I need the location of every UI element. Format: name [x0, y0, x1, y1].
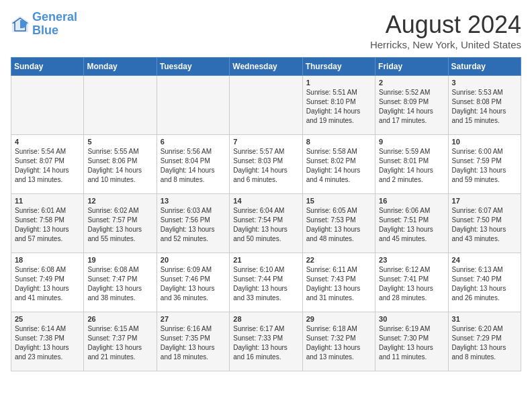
day-info: Sunrise: 6:09 AM Sunset: 7:46 PM Dayligh… [161, 265, 226, 303]
day-info: Sunrise: 5:57 AM Sunset: 8:03 PM Dayligh… [233, 147, 298, 185]
day-number: 8 [306, 138, 371, 146]
day-number: 7 [233, 138, 298, 146]
day-info: Sunrise: 6:15 AM Sunset: 7:37 PM Dayligh… [87, 324, 152, 362]
calendar-cell: 15Sunrise: 6:05 AM Sunset: 7:53 PM Dayli… [302, 194, 375, 253]
logo-icon [11, 15, 30, 34]
calendar-cell: 3Sunrise: 5:53 AM Sunset: 8:08 PM Daylig… [448, 76, 521, 135]
day-info: Sunrise: 5:59 AM Sunset: 8:01 PM Dayligh… [379, 147, 444, 185]
day-info: Sunrise: 6:08 AM Sunset: 7:47 PM Dayligh… [87, 265, 152, 303]
calendar-cell: 26Sunrise: 6:15 AM Sunset: 7:37 PM Dayli… [84, 312, 157, 371]
day-number: 16 [379, 197, 444, 205]
day-info: Sunrise: 6:14 AM Sunset: 7:38 PM Dayligh… [15, 324, 80, 362]
day-number: 10 [452, 138, 517, 146]
weekday-header: Saturday [448, 58, 521, 76]
day-number: 11 [15, 197, 80, 205]
day-number: 29 [306, 315, 371, 323]
day-number: 18 [15, 256, 80, 264]
day-info: Sunrise: 5:53 AM Sunset: 8:08 PM Dayligh… [452, 88, 517, 126]
day-number: 15 [306, 197, 371, 205]
calendar-cell: 29Sunrise: 6:18 AM Sunset: 7:32 PM Dayli… [302, 312, 375, 371]
calendar-cell: 9Sunrise: 5:59 AM Sunset: 8:01 PM Daylig… [375, 135, 448, 194]
day-info: Sunrise: 6:02 AM Sunset: 7:57 PM Dayligh… [87, 206, 152, 244]
calendar-cell: 1Sunrise: 5:51 AM Sunset: 8:10 PM Daylig… [302, 76, 375, 135]
day-info: Sunrise: 6:05 AM Sunset: 7:53 PM Dayligh… [306, 206, 371, 244]
calendar-cell: 31Sunrise: 6:20 AM Sunset: 7:29 PM Dayli… [448, 312, 521, 371]
day-info: Sunrise: 6:04 AM Sunset: 7:54 PM Dayligh… [233, 206, 298, 244]
day-info: Sunrise: 6:19 AM Sunset: 7:30 PM Dayligh… [379, 324, 444, 362]
day-info: Sunrise: 6:11 AM Sunset: 7:43 PM Dayligh… [306, 265, 371, 303]
calendar-cell [157, 76, 229, 135]
calendar-cell: 6Sunrise: 5:56 AM Sunset: 8:04 PM Daylig… [157, 135, 229, 194]
day-number: 5 [87, 138, 152, 146]
weekday-header: Sunday [11, 58, 84, 76]
day-number: 20 [161, 256, 226, 264]
day-number: 31 [452, 315, 517, 323]
day-info: Sunrise: 6:10 AM Sunset: 7:44 PM Dayligh… [233, 265, 298, 303]
calendar-table: SundayMondayTuesdayWednesdayThursdayFrid… [11, 57, 521, 371]
weekday-header: Monday [84, 58, 157, 76]
day-info: Sunrise: 6:00 AM Sunset: 7:59 PM Dayligh… [452, 147, 517, 185]
day-info: Sunrise: 5:54 AM Sunset: 8:07 PM Dayligh… [15, 147, 80, 185]
page-header: General Blue August 2024 Herricks, New Y… [11, 11, 521, 50]
day-info: Sunrise: 6:16 AM Sunset: 7:35 PM Dayligh… [161, 324, 226, 362]
calendar-cell: 17Sunrise: 6:07 AM Sunset: 7:50 PM Dayli… [448, 194, 521, 253]
day-number: 6 [161, 138, 226, 146]
calendar-cell [11, 76, 84, 135]
day-info: Sunrise: 6:12 AM Sunset: 7:41 PM Dayligh… [379, 265, 444, 303]
day-info: Sunrise: 5:58 AM Sunset: 8:02 PM Dayligh… [306, 147, 371, 185]
calendar-cell: 5Sunrise: 5:55 AM Sunset: 8:06 PM Daylig… [84, 135, 157, 194]
calendar-title: August 2024 [370, 11, 521, 39]
weekday-header: Thursday [302, 58, 375, 76]
day-info: Sunrise: 6:13 AM Sunset: 7:40 PM Dayligh… [452, 265, 517, 303]
day-number: 3 [452, 79, 517, 87]
weekday-header: Friday [375, 58, 448, 76]
day-info: Sunrise: 6:03 AM Sunset: 7:56 PM Dayligh… [161, 206, 226, 244]
day-number: 12 [87, 197, 152, 205]
calendar-cell: 27Sunrise: 6:16 AM Sunset: 7:35 PM Dayli… [157, 312, 229, 371]
day-number: 13 [161, 197, 226, 205]
day-number: 21 [233, 256, 298, 264]
day-info: Sunrise: 6:18 AM Sunset: 7:32 PM Dayligh… [306, 324, 371, 362]
calendar-subtitle: Herricks, New York, United States [370, 39, 521, 50]
calendar-cell: 25Sunrise: 6:14 AM Sunset: 7:38 PM Dayli… [11, 312, 84, 371]
calendar-cell: 28Sunrise: 6:17 AM Sunset: 7:33 PM Dayli… [230, 312, 302, 371]
calendar-header: SundayMondayTuesdayWednesdayThursdayFrid… [11, 58, 521, 76]
calendar-cell: 30Sunrise: 6:19 AM Sunset: 7:30 PM Dayli… [375, 312, 448, 371]
calendar-cell: 23Sunrise: 6:12 AM Sunset: 7:41 PM Dayli… [375, 253, 448, 312]
day-info: Sunrise: 5:56 AM Sunset: 8:04 PM Dayligh… [161, 147, 226, 185]
calendar-cell: 8Sunrise: 5:58 AM Sunset: 8:02 PM Daylig… [302, 135, 375, 194]
calendar-cell: 21Sunrise: 6:10 AM Sunset: 7:44 PM Dayli… [230, 253, 302, 312]
day-info: Sunrise: 6:01 AM Sunset: 7:58 PM Dayligh… [15, 206, 80, 244]
day-info: Sunrise: 6:08 AM Sunset: 7:49 PM Dayligh… [15, 265, 80, 303]
calendar-cell: 16Sunrise: 6:06 AM Sunset: 7:51 PM Dayli… [375, 194, 448, 253]
day-number: 27 [161, 315, 226, 323]
day-number: 1 [306, 79, 371, 87]
day-number: 14 [233, 197, 298, 205]
calendar-cell: 4Sunrise: 5:54 AM Sunset: 8:07 PM Daylig… [11, 135, 84, 194]
calendar-cell: 19Sunrise: 6:08 AM Sunset: 7:47 PM Dayli… [84, 253, 157, 312]
day-number: 25 [15, 315, 80, 323]
day-number: 28 [233, 315, 298, 323]
day-info: Sunrise: 6:07 AM Sunset: 7:50 PM Dayligh… [452, 206, 517, 244]
calendar-cell: 13Sunrise: 6:03 AM Sunset: 7:56 PM Dayli… [157, 194, 229, 253]
calendar-cell: 2Sunrise: 5:52 AM Sunset: 8:09 PM Daylig… [375, 76, 448, 135]
calendar-cell: 11Sunrise: 6:01 AM Sunset: 7:58 PM Dayli… [11, 194, 84, 253]
day-info: Sunrise: 5:51 AM Sunset: 8:10 PM Dayligh… [306, 88, 371, 126]
day-number: 17 [452, 197, 517, 205]
title-area: August 2024 Herricks, New York, United S… [370, 11, 521, 50]
day-info: Sunrise: 6:20 AM Sunset: 7:29 PM Dayligh… [452, 324, 517, 362]
day-info: Sunrise: 5:52 AM Sunset: 8:09 PM Dayligh… [379, 88, 444, 126]
day-number: 30 [379, 315, 444, 323]
day-number: 19 [87, 256, 152, 264]
day-number: 23 [379, 256, 444, 264]
calendar-cell: 18Sunrise: 6:08 AM Sunset: 7:49 PM Dayli… [11, 253, 84, 312]
day-info: Sunrise: 6:17 AM Sunset: 7:33 PM Dayligh… [233, 324, 298, 362]
calendar-cell: 14Sunrise: 6:04 AM Sunset: 7:54 PM Dayli… [230, 194, 302, 253]
day-number: 9 [379, 138, 444, 146]
logo-text: General Blue [32, 11, 77, 38]
day-number: 22 [306, 256, 371, 264]
calendar-cell: 7Sunrise: 5:57 AM Sunset: 8:03 PM Daylig… [230, 135, 302, 194]
calendar-cell: 22Sunrise: 6:11 AM Sunset: 7:43 PM Dayli… [302, 253, 375, 312]
calendar-cell: 20Sunrise: 6:09 AM Sunset: 7:46 PM Dayli… [157, 253, 229, 312]
day-number: 2 [379, 79, 444, 87]
